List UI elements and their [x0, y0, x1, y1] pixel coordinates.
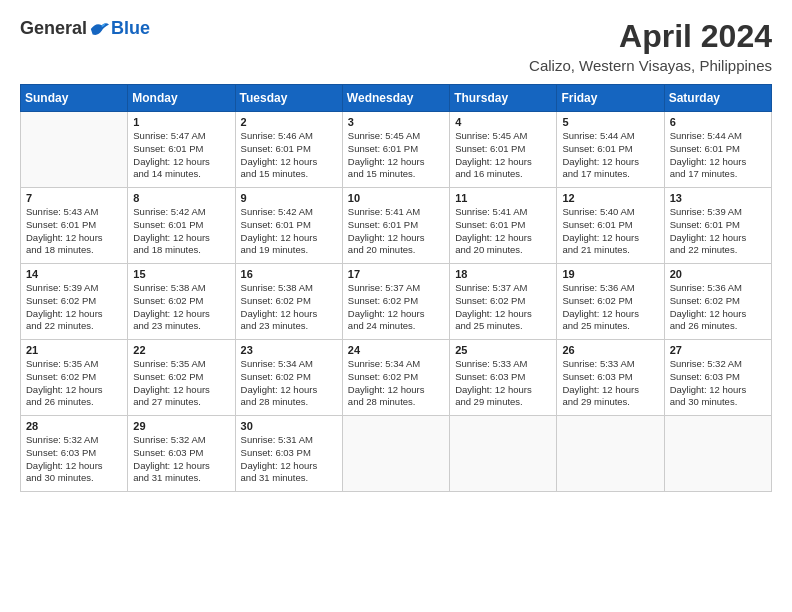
- day-info: Sunrise: 5:47 AM Sunset: 6:01 PM Dayligh…: [133, 130, 229, 181]
- weekday-header-thursday: Thursday: [450, 85, 557, 112]
- calendar-cell: 18Sunrise: 5:37 AM Sunset: 6:02 PM Dayli…: [450, 264, 557, 340]
- page: General Blue April 2024 Calizo, Western …: [0, 0, 792, 502]
- calendar-cell: 2Sunrise: 5:46 AM Sunset: 6:01 PM Daylig…: [235, 112, 342, 188]
- month-title: April 2024: [529, 18, 772, 55]
- logo-bird-icon: [89, 19, 109, 39]
- day-info: Sunrise: 5:37 AM Sunset: 6:02 PM Dayligh…: [348, 282, 444, 333]
- calendar-week-row: 7Sunrise: 5:43 AM Sunset: 6:01 PM Daylig…: [21, 188, 772, 264]
- day-info: Sunrise: 5:45 AM Sunset: 6:01 PM Dayligh…: [348, 130, 444, 181]
- calendar-cell: 26Sunrise: 5:33 AM Sunset: 6:03 PM Dayli…: [557, 340, 664, 416]
- calendar-header: SundayMondayTuesdayWednesdayThursdayFrid…: [21, 85, 772, 112]
- calendar-cell: [664, 416, 771, 492]
- day-number: 27: [670, 344, 766, 356]
- day-info: Sunrise: 5:32 AM Sunset: 6:03 PM Dayligh…: [26, 434, 122, 485]
- day-info: Sunrise: 5:44 AM Sunset: 6:01 PM Dayligh…: [670, 130, 766, 181]
- calendar-cell: 7Sunrise: 5:43 AM Sunset: 6:01 PM Daylig…: [21, 188, 128, 264]
- day-info: Sunrise: 5:39 AM Sunset: 6:02 PM Dayligh…: [26, 282, 122, 333]
- logo-blue-text: Blue: [111, 18, 150, 39]
- calendar-cell: 24Sunrise: 5:34 AM Sunset: 6:02 PM Dayli…: [342, 340, 449, 416]
- calendar-cell: 29Sunrise: 5:32 AM Sunset: 6:03 PM Dayli…: [128, 416, 235, 492]
- weekday-header-tuesday: Tuesday: [235, 85, 342, 112]
- day-info: Sunrise: 5:42 AM Sunset: 6:01 PM Dayligh…: [133, 206, 229, 257]
- day-number: 24: [348, 344, 444, 356]
- calendar-cell: [21, 112, 128, 188]
- calendar-cell: 22Sunrise: 5:35 AM Sunset: 6:02 PM Dayli…: [128, 340, 235, 416]
- day-number: 2: [241, 116, 337, 128]
- calendar-body: 1Sunrise: 5:47 AM Sunset: 6:01 PM Daylig…: [21, 112, 772, 492]
- weekday-header-row: SundayMondayTuesdayWednesdayThursdayFrid…: [21, 85, 772, 112]
- day-info: Sunrise: 5:38 AM Sunset: 6:02 PM Dayligh…: [241, 282, 337, 333]
- day-info: Sunrise: 5:32 AM Sunset: 6:03 PM Dayligh…: [670, 358, 766, 409]
- calendar-cell: 15Sunrise: 5:38 AM Sunset: 6:02 PM Dayli…: [128, 264, 235, 340]
- weekday-header-friday: Friday: [557, 85, 664, 112]
- weekday-header-sunday: Sunday: [21, 85, 128, 112]
- calendar-week-row: 14Sunrise: 5:39 AM Sunset: 6:02 PM Dayli…: [21, 264, 772, 340]
- day-number: 22: [133, 344, 229, 356]
- day-info: Sunrise: 5:46 AM Sunset: 6:01 PM Dayligh…: [241, 130, 337, 181]
- day-number: 5: [562, 116, 658, 128]
- day-info: Sunrise: 5:36 AM Sunset: 6:02 PM Dayligh…: [562, 282, 658, 333]
- weekday-header-monday: Monday: [128, 85, 235, 112]
- calendar-cell: [450, 416, 557, 492]
- day-number: 13: [670, 192, 766, 204]
- day-info: Sunrise: 5:39 AM Sunset: 6:01 PM Dayligh…: [670, 206, 766, 257]
- day-number: 18: [455, 268, 551, 280]
- day-number: 12: [562, 192, 658, 204]
- day-number: 4: [455, 116, 551, 128]
- day-info: Sunrise: 5:45 AM Sunset: 6:01 PM Dayligh…: [455, 130, 551, 181]
- calendar-cell: 1Sunrise: 5:47 AM Sunset: 6:01 PM Daylig…: [128, 112, 235, 188]
- day-number: 17: [348, 268, 444, 280]
- day-number: 30: [241, 420, 337, 432]
- day-info: Sunrise: 5:42 AM Sunset: 6:01 PM Dayligh…: [241, 206, 337, 257]
- logo-general-text: General: [20, 18, 87, 39]
- day-info: Sunrise: 5:43 AM Sunset: 6:01 PM Dayligh…: [26, 206, 122, 257]
- calendar-cell: 28Sunrise: 5:32 AM Sunset: 6:03 PM Dayli…: [21, 416, 128, 492]
- calendar-week-row: 28Sunrise: 5:32 AM Sunset: 6:03 PM Dayli…: [21, 416, 772, 492]
- day-number: 10: [348, 192, 444, 204]
- calendar-cell: 19Sunrise: 5:36 AM Sunset: 6:02 PM Dayli…: [557, 264, 664, 340]
- calendar-week-row: 1Sunrise: 5:47 AM Sunset: 6:01 PM Daylig…: [21, 112, 772, 188]
- calendar-cell: 30Sunrise: 5:31 AM Sunset: 6:03 PM Dayli…: [235, 416, 342, 492]
- day-info: Sunrise: 5:32 AM Sunset: 6:03 PM Dayligh…: [133, 434, 229, 485]
- calendar-cell: 14Sunrise: 5:39 AM Sunset: 6:02 PM Dayli…: [21, 264, 128, 340]
- day-number: 20: [670, 268, 766, 280]
- weekday-header-wednesday: Wednesday: [342, 85, 449, 112]
- weekday-header-saturday: Saturday: [664, 85, 771, 112]
- location-text: Calizo, Western Visayas, Philippines: [529, 57, 772, 74]
- day-info: Sunrise: 5:41 AM Sunset: 6:01 PM Dayligh…: [348, 206, 444, 257]
- day-info: Sunrise: 5:37 AM Sunset: 6:02 PM Dayligh…: [455, 282, 551, 333]
- calendar-cell: 5Sunrise: 5:44 AM Sunset: 6:01 PM Daylig…: [557, 112, 664, 188]
- day-info: Sunrise: 5:34 AM Sunset: 6:02 PM Dayligh…: [241, 358, 337, 409]
- day-info: Sunrise: 5:38 AM Sunset: 6:02 PM Dayligh…: [133, 282, 229, 333]
- day-number: 26: [562, 344, 658, 356]
- title-area: April 2024 Calizo, Western Visayas, Phil…: [529, 18, 772, 74]
- day-info: Sunrise: 5:33 AM Sunset: 6:03 PM Dayligh…: [455, 358, 551, 409]
- day-info: Sunrise: 5:40 AM Sunset: 6:01 PM Dayligh…: [562, 206, 658, 257]
- day-number: 21: [26, 344, 122, 356]
- calendar-table: SundayMondayTuesdayWednesdayThursdayFrid…: [20, 84, 772, 492]
- day-number: 23: [241, 344, 337, 356]
- calendar-cell: 21Sunrise: 5:35 AM Sunset: 6:02 PM Dayli…: [21, 340, 128, 416]
- calendar-cell: 12Sunrise: 5:40 AM Sunset: 6:01 PM Dayli…: [557, 188, 664, 264]
- calendar-cell: 23Sunrise: 5:34 AM Sunset: 6:02 PM Dayli…: [235, 340, 342, 416]
- day-number: 8: [133, 192, 229, 204]
- header: General Blue April 2024 Calizo, Western …: [20, 18, 772, 74]
- day-info: Sunrise: 5:35 AM Sunset: 6:02 PM Dayligh…: [133, 358, 229, 409]
- day-number: 1: [133, 116, 229, 128]
- day-number: 15: [133, 268, 229, 280]
- calendar-cell: 13Sunrise: 5:39 AM Sunset: 6:01 PM Dayli…: [664, 188, 771, 264]
- calendar-cell: 25Sunrise: 5:33 AM Sunset: 6:03 PM Dayli…: [450, 340, 557, 416]
- calendar-cell: 10Sunrise: 5:41 AM Sunset: 6:01 PM Dayli…: [342, 188, 449, 264]
- calendar-cell: [342, 416, 449, 492]
- day-number: 7: [26, 192, 122, 204]
- calendar-cell: 6Sunrise: 5:44 AM Sunset: 6:01 PM Daylig…: [664, 112, 771, 188]
- day-info: Sunrise: 5:33 AM Sunset: 6:03 PM Dayligh…: [562, 358, 658, 409]
- calendar-cell: 20Sunrise: 5:36 AM Sunset: 6:02 PM Dayli…: [664, 264, 771, 340]
- day-info: Sunrise: 5:44 AM Sunset: 6:01 PM Dayligh…: [562, 130, 658, 181]
- calendar-cell: 4Sunrise: 5:45 AM Sunset: 6:01 PM Daylig…: [450, 112, 557, 188]
- day-info: Sunrise: 5:34 AM Sunset: 6:02 PM Dayligh…: [348, 358, 444, 409]
- calendar-week-row: 21Sunrise: 5:35 AM Sunset: 6:02 PM Dayli…: [21, 340, 772, 416]
- day-number: 9: [241, 192, 337, 204]
- calendar-cell: [557, 416, 664, 492]
- day-number: 14: [26, 268, 122, 280]
